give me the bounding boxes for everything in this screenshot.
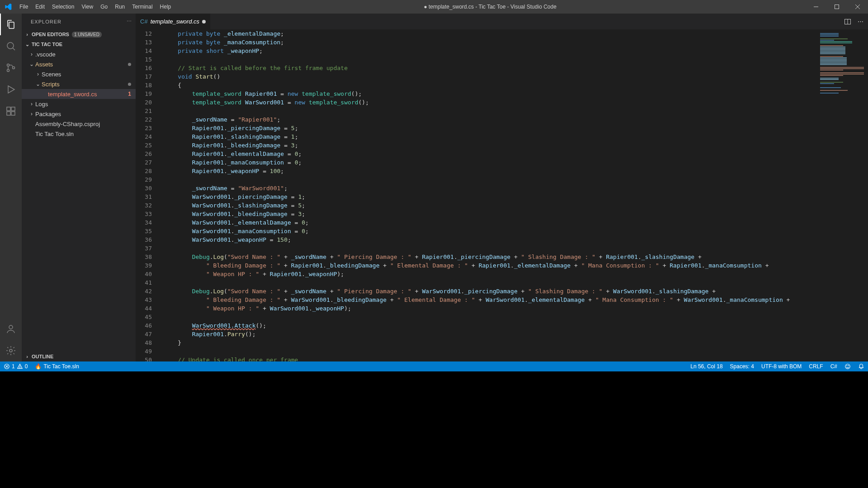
sidebar-title: EXPLORER ⋯ <box>22 14 136 29</box>
tree-item[interactable]: Tic Tac Toe.sln <box>22 129 136 139</box>
code-line[interactable]: private byte _elementalDamage; <box>164 29 818 38</box>
line-number: 32 <box>136 201 152 210</box>
outline-section[interactable]: › OUTLINE <box>22 352 136 361</box>
close-button[interactable] <box>847 0 868 14</box>
line-number: 21 <box>136 107 152 115</box>
code-line[interactable]: WarSword001.Attack(); <box>164 321 818 330</box>
svg-point-14 <box>9 349 12 352</box>
sb-language[interactable]: C# <box>827 363 841 370</box>
code-editor[interactable]: 1213141516171819202122232425262728293031… <box>136 29 868 361</box>
code-line[interactable]: private byte _manaComsumption; <box>164 38 818 47</box>
code-line[interactable]: WarSword001._slashingDamage = 5; <box>164 201 818 210</box>
code-line[interactable]: Rapier001._bleedingDamage = 3; <box>164 141 818 150</box>
account-icon[interactable] <box>0 318 22 340</box>
flame-icon: 🔥 <box>35 363 42 370</box>
tree-item[interactable]: ⌄Scripts <box>22 79 136 89</box>
code-line[interactable]: template_sword WarSword001 = new templat… <box>164 98 818 107</box>
sb-errors[interactable]: 1 0 <box>0 363 31 370</box>
more-icon[interactable]: ⋯ <box>127 19 132 24</box>
minimap[interactable] <box>818 29 868 361</box>
code-line[interactable] <box>164 107 818 115</box>
code-line[interactable]: template_sword Rapier001 = new template_… <box>164 89 818 98</box>
menu-selection[interactable]: Selection <box>48 0 78 14</box>
unsaved-badge: 1 UNSAVED <box>72 32 102 38</box>
code-line[interactable]: Rapier001._weaponHP = 100; <box>164 167 818 175</box>
code-line[interactable]: Rapier001._elementalDamage = 0; <box>164 150 818 158</box>
code-content[interactable]: private byte _elementalDamage; private b… <box>164 29 818 361</box>
code-line[interactable]: " Weapon HP : " + WarSword001._weaponHP)… <box>164 304 818 313</box>
more-actions-icon[interactable]: ⋯ <box>858 18 863 25</box>
code-line[interactable]: Rapier001.Parry(); <box>164 330 818 338</box>
tree-item[interactable]: ›.vscode <box>22 49 136 59</box>
project-section[interactable]: ⌄ TIC TAC TOE <box>22 39 136 49</box>
code-line[interactable]: Rapier001._slashingDamage = 1; <box>164 132 818 141</box>
sb-solution[interactable]: 🔥 Tic Tac Toe.sln <box>31 363 82 370</box>
tree-item[interactable]: Assembly-CSharp.csproj <box>22 119 136 129</box>
code-line[interactable]: // Start is called before the first fram… <box>164 64 818 72</box>
code-line[interactable]: WarSword001._piercingDamage = 1; <box>164 192 818 201</box>
open-editors-section[interactable]: › OPEN EDITORS 1 UNSAVED <box>22 29 136 39</box>
sb-spaces[interactable]: Spaces: 4 <box>726 363 758 370</box>
chevron-icon: ⌄ <box>28 61 35 67</box>
code-line[interactable]: WarSword001._bleedingDamage = 3; <box>164 210 818 218</box>
menu-help[interactable]: Help <box>156 0 175 14</box>
split-editor-icon[interactable] <box>844 18 851 25</box>
code-line[interactable]: WarSword001._weaponHP = 150; <box>164 235 818 244</box>
tree-item[interactable]: ⌄Assets <box>22 59 136 69</box>
sb-bell-icon[interactable] <box>854 363 868 370</box>
code-line[interactable]: WarSword001._manaComsumption = 0; <box>164 227 818 235</box>
code-line[interactable] <box>164 55 818 64</box>
settings-gear-icon[interactable] <box>0 340 22 361</box>
code-line[interactable]: Debug.Log("Sword Name : " + _swordName +… <box>164 253 818 261</box>
code-line[interactable]: " Bleeding Damage : " + WarSword001._ble… <box>164 296 818 304</box>
menu-run[interactable]: Run <box>111 0 128 14</box>
code-line[interactable]: " Bleeding Damage : " + Rapier001._bleed… <box>164 261 818 270</box>
code-line[interactable]: void Start() <box>164 72 818 81</box>
source-control-icon[interactable] <box>0 57 22 79</box>
code-line[interactable] <box>164 347 818 356</box>
window-title: ● template_sword.cs - Tic Tac Toe - Visu… <box>175 4 806 10</box>
code-line[interactable]: { <box>164 81 818 89</box>
code-line[interactable]: _swordName = "Rapier001"; <box>164 115 818 124</box>
line-numbers: 1213141516171819202122232425262728293031… <box>136 29 164 361</box>
tree-item[interactable]: ›Logs <box>22 99 136 109</box>
code-line[interactable]: WarSword001._elementalDamage = 0; <box>164 218 818 227</box>
code-line[interactable]: Debug.Log("Sword Name : " + _swordName +… <box>164 287 818 296</box>
sb-feedback-icon[interactable] <box>841 363 854 370</box>
tree-item-label: Scenes <box>42 71 61 78</box>
tree-item[interactable]: template_sword.cs1 <box>22 89 136 99</box>
menu-terminal[interactable]: Terminal <box>128 0 156 14</box>
code-line[interactable] <box>164 313 818 321</box>
extensions-icon[interactable] <box>0 100 22 122</box>
svg-point-21 <box>19 367 20 368</box>
code-line[interactable] <box>164 278 818 287</box>
sb-encoding[interactable]: UTF-8 with BOM <box>758 363 805 370</box>
menu-go[interactable]: Go <box>97 0 111 14</box>
maximize-button[interactable] <box>826 0 847 14</box>
code-line[interactable]: " Weapon HP : " + Rapier001._weaponHP); <box>164 270 818 278</box>
explorer-icon[interactable] <box>0 14 22 35</box>
run-debug-icon[interactable] <box>0 79 22 100</box>
code-line[interactable]: Rapier001._piercingDamage = 5; <box>164 124 818 132</box>
code-line[interactable]: // Update is called once per frame <box>164 356 818 361</box>
sb-eol[interactable]: CRLF <box>805 363 826 370</box>
code-line[interactable]: Rapier001._manaComsumption = 0; <box>164 158 818 167</box>
menu-edit[interactable]: Edit <box>32 0 48 14</box>
menu-file[interactable]: File <box>16 0 32 14</box>
open-editors-label: OPEN EDITORS <box>32 32 69 37</box>
search-icon[interactable] <box>0 35 22 57</box>
tree-item[interactable]: ›Packages <box>22 109 136 119</box>
code-line[interactable] <box>164 244 818 253</box>
minimize-button[interactable] <box>806 0 826 14</box>
code-line[interactable]: _swordName = "WarSword001"; <box>164 184 818 192</box>
line-number: 34 <box>136 218 152 227</box>
lang-label: C# <box>830 363 837 370</box>
tree-item[interactable]: ›Scenes <box>22 69 136 79</box>
code-line[interactable]: private short _weaponHP; <box>164 47 818 55</box>
code-line[interactable]: } <box>164 338 818 347</box>
menu-view[interactable]: View <box>78 0 97 14</box>
sb-cursor[interactable]: Ln 56, Col 18 <box>687 363 726 370</box>
line-number: 22 <box>136 115 152 124</box>
tab-template-sword[interactable]: C# template_sword.cs <box>136 14 211 29</box>
code-line[interactable] <box>164 175 818 184</box>
